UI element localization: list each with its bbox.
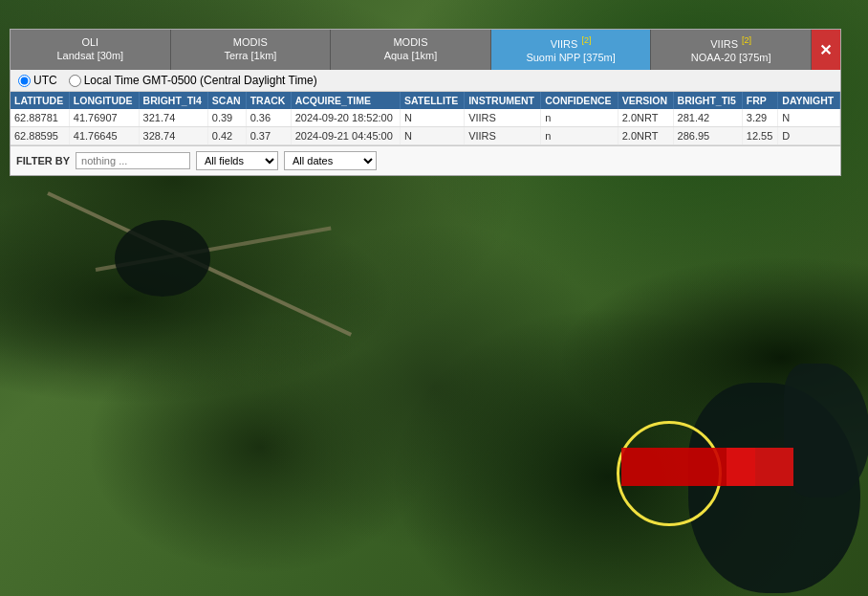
table-cell: D — [778, 127, 840, 145]
col-instrument: INSTRUMENT — [465, 92, 541, 109]
table-cell: 321.74 — [139, 109, 207, 127]
table-cell: 0.39 — [207, 109, 246, 127]
table-cell: N — [778, 109, 840, 127]
col-bright-ti4: BRIGHT_TI4 — [139, 92, 207, 109]
col-acquire-time: ACQUIRE_TIME — [291, 92, 400, 109]
col-longitude: LONGITUDE — [69, 92, 139, 109]
col-frp: FRP — [742, 92, 778, 109]
utc-radio[interactable] — [18, 75, 31, 87]
table-cell: 286.95 — [673, 127, 742, 145]
col-track: TRACK — [246, 92, 291, 109]
fire-marker-2 — [727, 448, 793, 486]
col-version: VERSION — [618, 92, 673, 109]
tab-viirs-suomi[interactable]: VIIRS [2] Suomi NPP [375m] — [491, 30, 652, 70]
filter-row: FILTER BY All fieldsLatitudeLongitudeSat… — [11, 145, 840, 175]
table-cell: VIIRS — [465, 109, 541, 127]
col-satellite: SATELLITE — [400, 92, 464, 109]
time-radio-group: UTC Local Time GMT-0500 (Central Dayligh… — [18, 74, 317, 87]
table-cell: 62.88595 — [11, 127, 69, 145]
table-row[interactable]: 62.8878141.76907321.740.390.362024-09-20… — [11, 109, 840, 127]
utc-radio-item[interactable]: UTC — [18, 74, 57, 87]
table-cell: 2.0NRT — [618, 109, 673, 127]
local-time-label: Local Time GMT-0500 (Central Daylight Ti… — [84, 74, 317, 87]
table-cell: N — [400, 127, 464, 145]
filter-text-input[interactable] — [76, 152, 190, 169]
table-cell: 41.76907 — [69, 109, 139, 127]
local-time-radio-item[interactable]: Local Time GMT-0500 (Central Daylight Ti… — [69, 74, 317, 87]
close-button[interactable]: ✕ — [812, 30, 840, 70]
utc-label: UTC — [33, 74, 57, 87]
lake-1 — [115, 220, 210, 297]
tab-bar: OLI Landsat [30m] MODIS Terra [1km] MODI… — [11, 30, 840, 70]
filter-fields-select[interactable]: All fieldsLatitudeLongitudeSatelliteConf… — [196, 151, 278, 170]
col-scan: SCAN — [207, 92, 246, 109]
table-cell: 62.88781 — [11, 109, 69, 127]
table-header-row: LATITUDE LONGITUDE BRIGHT_TI4 SCAN TRACK… — [11, 92, 840, 109]
col-bright-ti5: BRIGHT_TI5 — [673, 92, 742, 109]
table-cell: n — [541, 127, 618, 145]
table-cell: 3.29 — [742, 109, 778, 127]
table-cell: 281.42 — [673, 109, 742, 127]
table-cell: VIIRS — [465, 127, 541, 145]
table-cell: 0.37 — [246, 127, 291, 145]
table-cell: 12.55 — [742, 127, 778, 145]
local-time-radio[interactable] — [69, 75, 81, 87]
fire-data-table: LATITUDE LONGITUDE BRIGHT_TI4 SCAN TRACK… — [11, 92, 840, 145]
table-cell: 41.76645 — [69, 127, 139, 145]
time-selector-row: UTC Local Time GMT-0500 (Central Dayligh… — [11, 70, 840, 92]
tab-viirs-noaa[interactable]: VIIRS [2] NOAA-20 [375m] — [651, 30, 812, 70]
filter-label: FILTER BY — [16, 155, 70, 166]
tab-modis-terra[interactable]: MODIS Terra [1km] — [171, 30, 332, 70]
col-confidence: CONFIDENCE — [541, 92, 618, 109]
table-cell: n — [541, 109, 618, 127]
table-row[interactable]: 62.8859541.76645328.740.420.372024-09-21… — [11, 127, 840, 145]
table-cell: N — [400, 109, 464, 127]
col-latitude: LATITUDE — [11, 92, 69, 109]
tab-oli[interactable]: OLI Landsat [30m] — [11, 30, 171, 70]
data-panel: OLI Landsat [30m] MODIS Terra [1km] MODI… — [10, 29, 841, 176]
table-cell: 2024-09-21 04:45:00 — [291, 127, 400, 145]
filter-dates-select[interactable]: All datesLast 24 hoursLast 48 hoursLast … — [284, 151, 377, 170]
tab-modis-aqua[interactable]: MODIS Aqua [1km] — [331, 30, 491, 70]
table-cell: 2.0NRT — [618, 127, 673, 145]
table-cell: 328.74 — [139, 127, 207, 145]
lake-3 — [784, 364, 868, 497]
table-cell: 2024-09-20 18:52:00 — [291, 109, 400, 127]
table-cell: 0.42 — [207, 127, 246, 145]
col-daynight: DAYNIGHT — [778, 92, 840, 109]
table-cell: 0.36 — [246, 109, 291, 127]
